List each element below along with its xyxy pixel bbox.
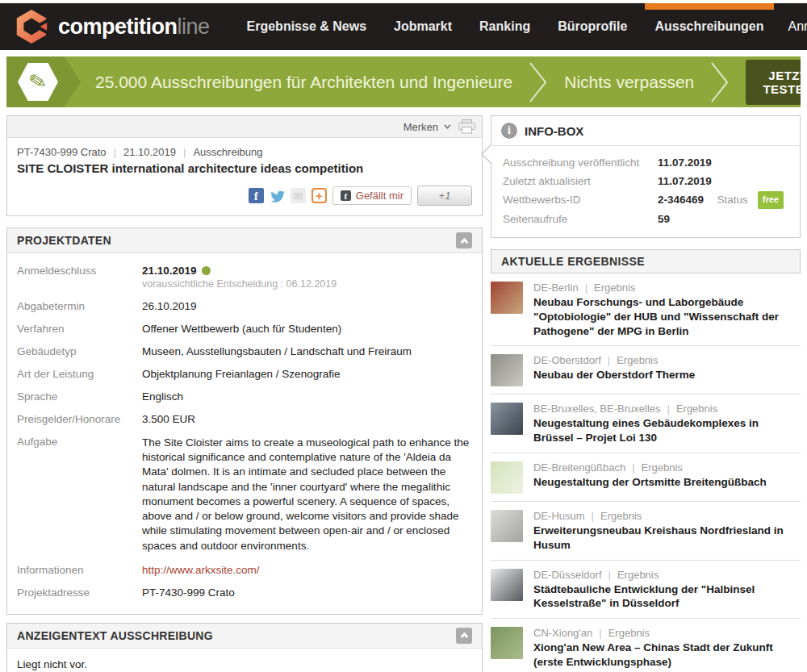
deadline-value: 21.10.2019 bbox=[142, 265, 197, 277]
result-tag: Ergebnis bbox=[642, 461, 683, 474]
like-label: Gefällt mir bbox=[356, 190, 404, 202]
facebook-share-icon[interactable]: f bbox=[249, 188, 264, 203]
google-plusone-button[interactable]: +1 bbox=[417, 186, 472, 206]
nav-item-ergebnisse-news[interactable]: Ergebnisse & News bbox=[244, 3, 370, 50]
project-type: Ausschreibung bbox=[193, 146, 262, 158]
result-item-bruxelles[interactable]: BE-Bruxelles, BE-Bruxelles|Ergebnis Neug… bbox=[491, 394, 801, 453]
meta-separator: | bbox=[608, 354, 610, 366]
email-share-icon[interactable]: ✉ bbox=[291, 188, 306, 203]
merken-label: Merken bbox=[404, 121, 438, 133]
brand-logo-icon bbox=[13, 8, 50, 45]
result-location: CN-Xiong'an bbox=[533, 627, 592, 639]
result-location: DE-Berlin bbox=[533, 282, 579, 294]
row-label: Anmeldeschluss bbox=[17, 265, 142, 290]
more-share-icon[interactable]: + bbox=[312, 188, 327, 203]
chevron-up-icon bbox=[460, 237, 468, 245]
twitter-share-icon[interactable] bbox=[270, 188, 285, 203]
promo-banner-arrow: ✎ bbox=[6, 56, 81, 107]
merken-dropdown[interactable]: Merken bbox=[404, 121, 449, 133]
result-item-duesseldorf[interactable]: DE-Düsseldorf|Ergebnis Städtebauliche En… bbox=[491, 561, 801, 620]
result-tag: Ergebnis bbox=[676, 403, 717, 415]
result-item-breitenguessbach[interactable]: DE-Breitengüßbach|Ergebnis Neugestaltung… bbox=[491, 453, 801, 502]
meta-separator: | bbox=[183, 146, 186, 158]
banner-tagline: Nichts verpassen bbox=[564, 73, 694, 92]
result-location: BE-Bruxelles, BE-Bruxelles bbox=[533, 403, 661, 415]
row-value: 26.10.2019 bbox=[142, 300, 197, 312]
row-value: PT-7430-999 Crato bbox=[142, 586, 235, 599]
brand-logo[interactable]: competitionline bbox=[13, 8, 210, 45]
result-item-xiongan[interactable]: CN-Xiong'an|Ergebnis Xiong'an New Area –… bbox=[491, 619, 801, 672]
nav-item-label: Ranking bbox=[479, 19, 530, 34]
row-value: Museen, Ausstellungsbauten / Landschaft … bbox=[142, 345, 412, 357]
result-title: Städtebauliche Entwicklung der "Halbinse… bbox=[533, 582, 801, 611]
row-label: Gebäudetyp bbox=[17, 345, 142, 357]
jetzt-testen-button[interactable]: JETZT TESTEN bbox=[746, 60, 801, 105]
row-label: Art der Leistung bbox=[17, 368, 142, 380]
result-item-oberstdorf[interactable]: DE-Oberstdorf|Ergebnis Neubau der Oberst… bbox=[491, 346, 801, 394]
result-title: Xiong'an New Area – Chinas Stadt der Zuk… bbox=[533, 641, 801, 670]
social-share-row: f ✉ + f Gefällt mir +1 bbox=[17, 186, 472, 206]
data-row-aufgabe: Aufgabe The Site Cloister aims to create… bbox=[17, 436, 472, 553]
collapse-section-button[interactable] bbox=[456, 232, 472, 248]
result-thumbnail bbox=[491, 461, 523, 494]
nav-item-jobmarkt[interactable]: Jobmarkt bbox=[391, 3, 455, 50]
result-title: Neugestaltung der Ortsmitte Breitengüßba… bbox=[533, 475, 767, 490]
row-value: Objektplanung Freianlagen / Szenografie bbox=[142, 368, 340, 380]
row-value: 3.500 EUR bbox=[142, 413, 195, 425]
row-label: Aufgabe bbox=[17, 436, 142, 553]
anzeigentext-section: ANZEIGENTEXT AUSSCHREIBUNG Liegt nicht v… bbox=[6, 623, 483, 672]
pencil-glyph: ✎ bbox=[27, 68, 49, 96]
info-label: Zuletzt aktualisiert bbox=[503, 172, 658, 190]
data-row-abgabetermin: Abgabetermin 26.10.2019 bbox=[17, 300, 472, 312]
row-label: Sprache bbox=[17, 390, 142, 403]
result-title: Neubau der Oberstdorf Therme bbox=[533, 368, 695, 382]
meta-separator: | bbox=[667, 403, 670, 415]
meta-separator: | bbox=[114, 146, 116, 158]
main-header: competitionline Ergebnisse & News Jobmar… bbox=[0, 3, 807, 50]
result-location: DE-Düsseldorf bbox=[533, 569, 602, 581]
article-breadcrumb: PT-7430-999 Crato | 21.10.2019 | Ausschr… bbox=[17, 146, 472, 158]
status-label: Status bbox=[717, 190, 748, 209]
row-value: Englisch bbox=[142, 390, 183, 403]
info-box-title: INFO-BOX bbox=[525, 124, 583, 138]
result-title: Neubau Forschungs- und Laborgebäude "Opt… bbox=[533, 295, 801, 338]
row-label: Projektadresse bbox=[17, 586, 142, 599]
result-item-husum[interactable]: DE-Husum|Ergebnis Erweiterungsneubau Kre… bbox=[491, 502, 801, 561]
deadline-status-dot bbox=[202, 266, 211, 275]
projektdaten-header: PROJEKTDATEN bbox=[7, 228, 482, 253]
info-label: Wettbewerbs-ID bbox=[503, 190, 658, 209]
info-box-header: i INFO-BOX bbox=[491, 116, 800, 146]
result-item-berlin[interactable]: DE-Berlin|Ergebnis Neubau Forschungs- un… bbox=[491, 273, 801, 346]
print-button[interactable] bbox=[458, 119, 475, 134]
result-tag: Ergebnis bbox=[594, 282, 635, 294]
main-nav: Ergebnisse & News Jobmarkt Ranking Bürop… bbox=[244, 3, 788, 50]
article-card: Merken PT-7430-999 Crato | 21.10.2019 | … bbox=[6, 115, 483, 216]
facebook-mini-icon: f bbox=[341, 190, 351, 201]
info-row-pageviews: Seitenaufrufe 59 bbox=[503, 210, 788, 228]
result-tag: Ergebnis bbox=[608, 627, 650, 639]
projektdaten-section: PROJEKTDATEN Anmeldeschluss 21.10.2019 v… bbox=[6, 227, 483, 615]
result-location: DE-Breitengüßbach bbox=[533, 461, 625, 474]
result-thumbnail bbox=[491, 627, 523, 659]
promo-banner[interactable]: ✎ 25.000 Ausschreibungen für Architekten… bbox=[6, 56, 801, 107]
results-list: DE-Berlin|Ergebnis Neubau Forschungs- un… bbox=[491, 273, 801, 672]
nav-item-label: Ausschreibungen bbox=[654, 19, 763, 34]
main-column: Merken PT-7430-999 Crato | 21.10.2019 | … bbox=[6, 115, 483, 672]
page-title: SITE CLOISTER international architecture… bbox=[17, 161, 472, 175]
nav-item-label: Ergebnisse & News bbox=[247, 19, 367, 34]
data-row-verfahren: Verfahren Offener Wettbewerb (auch für S… bbox=[17, 323, 472, 335]
nav-item-bueroprofile[interactable]: Büroprofile bbox=[554, 3, 630, 50]
info-link[interactable]: http://www.arkxsite.com/ bbox=[142, 564, 260, 576]
nav-item-ranking[interactable]: Ranking bbox=[476, 3, 533, 50]
collapse-section-button[interactable] bbox=[456, 628, 472, 644]
projektdaten-body: Anmeldeschluss 21.10.2019 voraussichtlic… bbox=[7, 253, 482, 614]
nav-item-ausschreibungen-active[interactable]: Ausschreibungen bbox=[651, 3, 767, 50]
nav-item-label: Büroprofile bbox=[558, 19, 627, 34]
result-tag: Ergebnis bbox=[600, 510, 642, 522]
cta-label: JETZT TESTEN bbox=[762, 69, 801, 96]
facebook-like-button[interactable]: f Gefällt mir bbox=[332, 186, 412, 205]
result-thumbnail bbox=[491, 282, 523, 314]
login-link[interactable]: Anmelden bbox=[788, 19, 807, 34]
chevron-separator-icon bbox=[710, 61, 730, 103]
brand-word-light: line bbox=[178, 15, 210, 39]
